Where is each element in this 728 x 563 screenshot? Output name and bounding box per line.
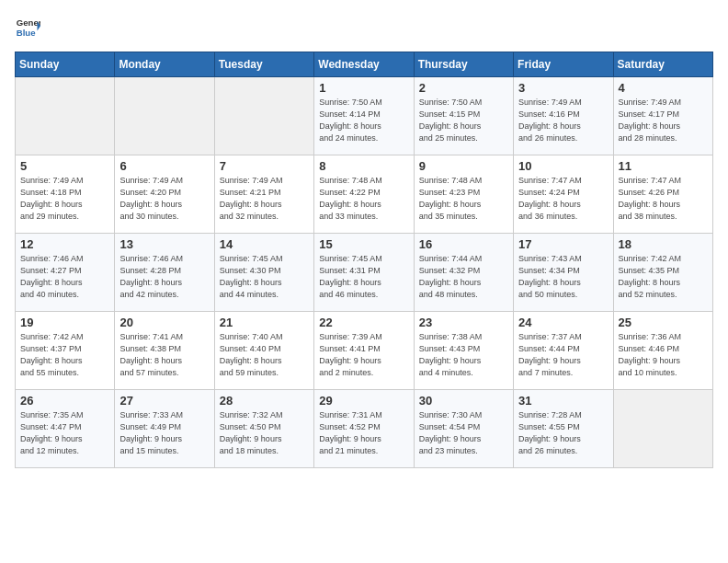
day-number: 30 bbox=[419, 394, 508, 408]
calendar-cell: 27Sunrise: 7:33 AM Sunset: 4:49 PM Dayli… bbox=[115, 390, 214, 468]
day-info: Sunrise: 7:45 AM Sunset: 4:31 PM Dayligh… bbox=[319, 253, 408, 301]
day-number: 26 bbox=[20, 394, 109, 408]
day-number: 4 bbox=[619, 81, 708, 95]
weekday-header-friday: Friday bbox=[514, 52, 613, 77]
calendar-cell: 26Sunrise: 7:35 AM Sunset: 4:47 PM Dayli… bbox=[16, 390, 115, 468]
weekday-header-wednesday: Wednesday bbox=[314, 52, 414, 77]
day-number: 7 bbox=[220, 159, 309, 173]
day-info: Sunrise: 7:49 AM Sunset: 4:16 PM Dayligh… bbox=[518, 97, 608, 144]
day-info: Sunrise: 7:46 AM Sunset: 4:28 PM Dayligh… bbox=[119, 253, 209, 301]
day-number: 27 bbox=[119, 394, 209, 408]
calendar-cell bbox=[115, 77, 214, 155]
day-info: Sunrise: 7:42 AM Sunset: 4:35 PM Dayligh… bbox=[619, 253, 708, 301]
day-info: Sunrise: 7:49 AM Sunset: 4:20 PM Dayligh… bbox=[119, 175, 209, 223]
calendar-cell: 5Sunrise: 7:49 AM Sunset: 4:18 PM Daylig… bbox=[16, 155, 115, 234]
calendar-cell: 24Sunrise: 7:37 AM Sunset: 4:44 PM Dayli… bbox=[514, 312, 613, 390]
calendar-cell: 23Sunrise: 7:38 AM Sunset: 4:43 PM Dayli… bbox=[414, 312, 513, 390]
day-number: 23 bbox=[419, 316, 508, 329]
day-info: Sunrise: 7:28 AM Sunset: 4:55 PM Dayligh… bbox=[518, 409, 608, 457]
day-number: 2 bbox=[419, 81, 508, 95]
calendar-cell: 13Sunrise: 7:46 AM Sunset: 4:28 PM Dayli… bbox=[115, 234, 214, 312]
day-number: 25 bbox=[619, 316, 708, 329]
day-info: Sunrise: 7:35 AM Sunset: 4:47 PM Dayligh… bbox=[20, 409, 109, 457]
svg-text:Blue: Blue bbox=[17, 28, 36, 38]
day-info: Sunrise: 7:31 AM Sunset: 4:52 PM Dayligh… bbox=[319, 409, 408, 457]
calendar-cell: 19Sunrise: 7:42 AM Sunset: 4:37 PM Dayli… bbox=[16, 312, 115, 390]
day-number: 18 bbox=[619, 237, 708, 251]
day-info: Sunrise: 7:43 AM Sunset: 4:34 PM Dayligh… bbox=[518, 253, 608, 301]
day-info: Sunrise: 7:49 AM Sunset: 4:18 PM Dayligh… bbox=[20, 175, 109, 223]
day-number: 8 bbox=[319, 159, 408, 173]
weekday-header-thursday: Thursday bbox=[414, 52, 513, 77]
calendar-cell: 21Sunrise: 7:40 AM Sunset: 4:40 PM Dayli… bbox=[214, 312, 313, 390]
day-number: 3 bbox=[518, 81, 608, 95]
day-number: 10 bbox=[518, 159, 608, 173]
calendar-cell: 20Sunrise: 7:41 AM Sunset: 4:38 PM Dayli… bbox=[115, 312, 214, 390]
day-info: Sunrise: 7:48 AM Sunset: 4:23 PM Dayligh… bbox=[419, 175, 508, 223]
calendar-cell: 30Sunrise: 7:30 AM Sunset: 4:54 PM Dayli… bbox=[414, 390, 513, 468]
calendar-cell: 9Sunrise: 7:48 AM Sunset: 4:23 PM Daylig… bbox=[414, 155, 513, 234]
day-info: Sunrise: 7:49 AM Sunset: 4:17 PM Dayligh… bbox=[619, 97, 708, 144]
calendar-cell: 31Sunrise: 7:28 AM Sunset: 4:55 PM Dayli… bbox=[514, 390, 613, 468]
weekday-header-tuesday: Tuesday bbox=[214, 52, 313, 77]
calendar-cell bbox=[613, 390, 712, 468]
day-number: 28 bbox=[220, 394, 309, 408]
calendar-cell: 8Sunrise: 7:48 AM Sunset: 4:22 PM Daylig… bbox=[314, 155, 414, 234]
day-info: Sunrise: 7:44 AM Sunset: 4:32 PM Dayligh… bbox=[419, 253, 508, 301]
calendar-cell bbox=[16, 77, 115, 155]
day-info: Sunrise: 7:41 AM Sunset: 4:38 PM Dayligh… bbox=[119, 331, 209, 379]
day-number: 31 bbox=[518, 394, 608, 408]
day-info: Sunrise: 7:38 AM Sunset: 4:43 PM Dayligh… bbox=[419, 331, 508, 379]
day-number: 6 bbox=[119, 159, 209, 173]
calendar-cell: 3Sunrise: 7:49 AM Sunset: 4:16 PM Daylig… bbox=[514, 77, 613, 155]
weekday-header-saturday: Saturday bbox=[613, 52, 712, 77]
day-info: Sunrise: 7:36 AM Sunset: 4:46 PM Dayligh… bbox=[619, 331, 708, 379]
day-info: Sunrise: 7:33 AM Sunset: 4:49 PM Dayligh… bbox=[119, 409, 209, 457]
day-info: Sunrise: 7:47 AM Sunset: 4:24 PM Dayligh… bbox=[518, 175, 608, 223]
day-info: Sunrise: 7:50 AM Sunset: 4:14 PM Dayligh… bbox=[319, 97, 408, 144]
day-info: Sunrise: 7:37 AM Sunset: 4:44 PM Dayligh… bbox=[518, 331, 608, 379]
calendar-cell: 10Sunrise: 7:47 AM Sunset: 4:24 PM Dayli… bbox=[514, 155, 613, 234]
day-number: 9 bbox=[419, 159, 508, 173]
calendar-cell bbox=[214, 77, 313, 155]
calendar-cell: 14Sunrise: 7:45 AM Sunset: 4:30 PM Dayli… bbox=[214, 234, 313, 312]
weekday-header-sunday: Sunday bbox=[16, 52, 115, 77]
svg-text:General: General bbox=[17, 17, 40, 28]
day-number: 5 bbox=[20, 159, 109, 173]
calendar-cell: 11Sunrise: 7:47 AM Sunset: 4:26 PM Dayli… bbox=[613, 155, 712, 234]
day-number: 20 bbox=[119, 316, 209, 329]
logo-icon: General Blue bbox=[15, 15, 40, 40]
calendar-table: SundayMondayTuesdayWednesdayThursdayFrid… bbox=[15, 52, 713, 468]
day-info: Sunrise: 7:45 AM Sunset: 4:30 PM Dayligh… bbox=[220, 253, 309, 301]
day-number: 24 bbox=[518, 316, 608, 329]
calendar-cell: 28Sunrise: 7:32 AM Sunset: 4:50 PM Dayli… bbox=[214, 390, 313, 468]
day-number: 16 bbox=[419, 237, 508, 251]
day-number: 11 bbox=[619, 159, 708, 173]
day-info: Sunrise: 7:39 AM Sunset: 4:41 PM Dayligh… bbox=[319, 331, 408, 379]
day-number: 22 bbox=[319, 316, 408, 329]
day-info: Sunrise: 7:32 AM Sunset: 4:50 PM Dayligh… bbox=[220, 409, 309, 457]
calendar-cell: 16Sunrise: 7:44 AM Sunset: 4:32 PM Dayli… bbox=[414, 234, 513, 312]
day-info: Sunrise: 7:46 AM Sunset: 4:27 PM Dayligh… bbox=[20, 253, 109, 301]
day-info: Sunrise: 7:30 AM Sunset: 4:54 PM Dayligh… bbox=[419, 409, 508, 457]
day-number: 13 bbox=[119, 237, 209, 251]
calendar-cell: 17Sunrise: 7:43 AM Sunset: 4:34 PM Dayli… bbox=[514, 234, 613, 312]
day-info: Sunrise: 7:49 AM Sunset: 4:21 PM Dayligh… bbox=[220, 175, 309, 223]
calendar-cell: 15Sunrise: 7:45 AM Sunset: 4:31 PM Dayli… bbox=[314, 234, 414, 312]
calendar-cell: 4Sunrise: 7:49 AM Sunset: 4:17 PM Daylig… bbox=[613, 77, 712, 155]
day-number: 1 bbox=[319, 81, 408, 95]
day-number: 19 bbox=[20, 316, 109, 329]
day-number: 14 bbox=[220, 237, 309, 251]
day-number: 29 bbox=[319, 394, 408, 408]
calendar-cell: 7Sunrise: 7:49 AM Sunset: 4:21 PM Daylig… bbox=[214, 155, 313, 234]
logo: General Blue bbox=[15, 15, 40, 40]
page-header: General Blue bbox=[15, 15, 713, 40]
calendar-cell: 12Sunrise: 7:46 AM Sunset: 4:27 PM Dayli… bbox=[16, 234, 115, 312]
day-number: 17 bbox=[518, 237, 608, 251]
calendar-cell: 29Sunrise: 7:31 AM Sunset: 4:52 PM Dayli… bbox=[314, 390, 414, 468]
day-info: Sunrise: 7:42 AM Sunset: 4:37 PM Dayligh… bbox=[20, 331, 109, 379]
calendar-cell: 2Sunrise: 7:50 AM Sunset: 4:15 PM Daylig… bbox=[414, 77, 513, 155]
day-number: 15 bbox=[319, 237, 408, 251]
day-number: 12 bbox=[20, 237, 109, 251]
day-info: Sunrise: 7:47 AM Sunset: 4:26 PM Dayligh… bbox=[619, 175, 708, 223]
